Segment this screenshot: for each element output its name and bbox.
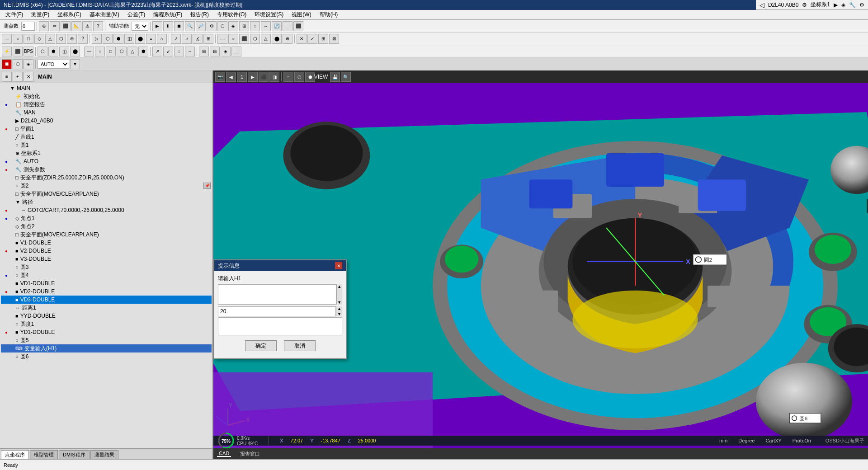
menu-help[interactable]: 帮助(H) [316,10,342,19]
tree-item-yyd[interactable]: ■YYD-DOUBLE [1,312,212,320]
tree-item-circle3[interactable]: ○圆3 [1,263,212,271]
vp-btn-prev[interactable]: ◀ [226,72,236,82]
tb3-btn-16[interactable]: ↕ [174,47,184,56]
tb3-btn-15[interactable]: ↙ [163,47,173,56]
tb-btn-18[interactable]: 🔄 [272,21,282,31]
tb2-btn-15[interactable]: ⌂ [157,34,167,44]
tb3-btn-5[interactable]: ⬢ [48,47,58,56]
tree-item-vd2double[interactable]: ●■VD2-DOUBLE [1,287,212,296]
tree-item-d2l40[interactable]: ▶D2L40_A0B0 [1,117,212,125]
tree-item-circle5[interactable]: ○圆5 [1,336,212,344]
tb2-btn-9[interactable]: ▷ [92,34,102,44]
vp-btn-split[interactable]: ◨ [269,72,279,82]
vp-btn-hex[interactable]: ⬡ [294,72,304,82]
menu-file[interactable]: 文件(F) [2,10,27,19]
tb2-btn-7[interactable]: ⊕ [67,34,77,44]
tree-item-v1double[interactable]: ■V1-DOUBLE [1,239,212,247]
tree-item-safe_plane3[interactable]: □安全平面(MOVE/CLEARPLANE) [1,230,212,239]
tb2-btn-22[interactable]: ⬛ [239,34,249,44]
tb2-btn-26[interactable]: ⊕ [283,34,292,44]
dialog-bottom-textarea[interactable] [218,317,342,335]
menu-report[interactable]: 报告(R) [187,10,212,19]
point-count-input[interactable] [21,22,35,31]
tb3-btn-10[interactable]: □ [106,47,116,56]
tb2-btn-1[interactable]: — [2,34,12,44]
tool-icon1[interactable]: 🔧 [849,2,856,8]
stop-btn[interactable]: ⏹ [2,59,12,69]
tree-item-clear[interactable]: ●📋清空报告 [1,100,212,108]
vp-tab-report[interactable]: 报告窗口 [238,451,262,457]
dialog-scroll-2[interactable]: ▲ ▼ [336,306,342,316]
tb2-btn-28[interactable]: ✓ [307,34,317,44]
tree-item-vd1double[interactable]: ■VD1-DOUBLE [1,279,212,287]
tree-item-var_input[interactable]: ⌨变量输入(H1) [1,344,212,352]
tree-item-circle1[interactable]: ○圆1 [1,141,212,149]
dialog-scroll-1[interactable]: ▲ ▼ [336,284,342,305]
tb-btn-9[interactable]: ⏹ [174,21,184,31]
tree-area[interactable]: ▼MAIN⚡初始化●📋清空报告🔧MAN▶D2L40_A0B0●□平面1╱直线1○… [0,83,212,448]
tree-item-circle6[interactable]: ○圆6 [1,352,212,361]
menu-prog[interactable]: 编程系统(E) [150,10,186,19]
tb2-btn-21[interactable]: ○ [228,34,238,44]
tb3-btn-17[interactable]: ↔ [185,47,195,56]
tb-btn-7[interactable]: ▶ [152,21,162,31]
tb4-btn-4[interactable]: ▼ [70,59,80,69]
tb2-btn-4[interactable]: ◇ [34,34,44,44]
tb-btn-4[interactable]: 📐 [71,21,81,31]
left-tb-btn-2[interactable]: + [13,72,23,82]
tb2-btn-12[interactable]: ◫ [124,34,134,44]
mode-select[interactable]: AUTO MANUAL [38,60,69,69]
tb-btn-1[interactable]: ⊕ [39,21,49,31]
tb3-btn-13[interactable]: ⬢ [138,47,148,56]
tree-item-yd1double[interactable]: ●■YD1-DOUBLE [1,328,212,336]
vp-btn-play[interactable]: ▶ [248,72,258,82]
vp-btn-1[interactable]: 1 [237,72,247,82]
tb-btn-14[interactable]: ◈ [228,21,238,31]
tree-item-circle2[interactable]: ○圆2📌 [1,182,212,190]
tree-item-goto[interactable]: ●→GOTO/CART,70.0000,-26.0000,25.0000 [1,206,212,214]
tree-item-safe_plane1[interactable]: □安全平面(ZDIR,25.0000,ZDIR,25.0000,ON) [1,174,212,182]
vp-tab-cad[interactable]: CAD [217,451,231,457]
tb-btn-6[interactable]: ? [93,21,103,31]
tree-item-man[interactable]: 🔧MAN [1,108,212,117]
tree-item-path[interactable]: ▼路径 [1,198,212,206]
dialog-close-btn[interactable]: ✕ [335,262,342,269]
tb2-btn-6[interactable]: ⬡ [56,34,66,44]
tab-point-prog[interactable]: 点坐程序 [1,450,29,459]
tb-btn-16[interactable]: ↕ [250,21,260,31]
tb4-btn-3[interactable]: ◈ [24,59,33,69]
vp-btn-grid[interactable]: ≡ [283,72,293,82]
3d-viewport[interactable]: 📷 ◀ 1 ▶ ⬛ ◨ ≡ ⬡ ⬢ VIEW 💾 🔍 [213,70,868,459]
tb-btn-19[interactable]: ⬜ [283,21,292,31]
tree-item-v3double[interactable]: ■V3-DOUBLE [1,255,212,263]
menu-env[interactable]: 环境设置(S) [251,10,287,19]
play-icon[interactable]: ▶ [834,2,838,8]
left-tb-btn-3[interactable]: ✕ [24,72,33,82]
tb-btn-11[interactable]: 🔎 [196,21,206,31]
tree-item-circle4[interactable]: ●○圆4 [1,271,212,279]
tb4-btn-2[interactable]: ⬡ [13,59,23,69]
tb2-btn-20[interactable]: — [217,34,227,44]
tb2-btn-2[interactable]: ○ [13,34,23,44]
tree-item-angle2[interactable]: ◇角点2 [1,222,212,230]
tab-model[interactable]: 模型管理 [30,450,58,459]
menu-view[interactable]: 视图(W) [288,10,315,19]
tb2-btn-25[interactable]: ⬤ [272,34,282,44]
tree-item-init[interactable]: ⚡初始化 [1,92,212,100]
dialog-confirm-btn[interactable]: 确定 [245,340,277,351]
tree-item-line1[interactable]: ╱直线1 [1,133,212,141]
tb-btn-2[interactable]: ✏ [50,21,60,31]
tb-btn-8[interactable]: ⏸ [163,21,173,31]
tree-item-plane1[interactable]: ●□平面1 [1,125,212,133]
menu-coord[interactable]: 坐标系(C) [54,10,85,19]
tb2-btn-30[interactable]: ⊠ [329,34,339,44]
menu-basic[interactable]: 基本测量(M) [86,10,123,19]
tb2-btn-5[interactable]: △ [45,34,55,44]
settings-icon[interactable]: ⚙ [802,2,807,8]
aux-func-select[interactable]: 无 [132,22,148,31]
tb3-btn-1[interactable]: ⚡ [2,47,12,56]
tree-item-v2double[interactable]: ●■V2-DOUBLE [1,247,212,255]
tb2-btn-17[interactable]: ⊿ [182,34,192,44]
tb3-btn-11[interactable]: ⬡ [117,47,127,56]
dialog-cancel-btn[interactable]: 取消 [284,340,316,351]
